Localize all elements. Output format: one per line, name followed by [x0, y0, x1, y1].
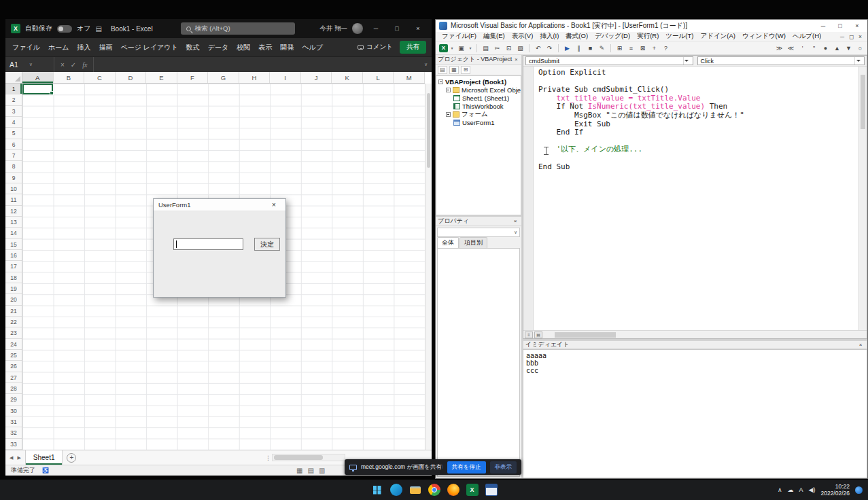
code-vertical-scrollbar[interactable] [858, 67, 867, 330]
vertical-scrollbar[interactable] [425, 84, 432, 450]
event-dropdown[interactable]: Click [697, 56, 865, 65]
project-tree[interactable]: VBAProject (Book1)Microsoft Excel Object… [436, 75, 521, 215]
row-header[interactable]: 26 [5, 361, 22, 372]
enter-entry-button[interactable]: ✓ [71, 61, 76, 69]
volume-icon[interactable]: ◀) [809, 486, 816, 493]
insert-userform-icon[interactable]: ▣ [456, 43, 466, 53]
save-icon[interactable]: ▤ [95, 25, 101, 33]
properties-tab[interactable]: 項目別 [459, 237, 487, 248]
menu-item[interactable]: ツール(T) [662, 32, 697, 41]
close-button[interactable]: × [850, 22, 864, 29]
toolbar-separator[interactable] [610, 44, 611, 52]
ribbon-tab[interactable]: ファイル [8, 38, 44, 56]
row-header[interactable]: 29 [5, 394, 22, 405]
row-header[interactable]: 13 [5, 217, 22, 228]
project-tree-item[interactable]: Microsoft Excel Objects [436, 86, 521, 94]
row-header[interactable]: 5 [5, 128, 22, 139]
horizontal-scrollbar[interactable] [272, 454, 345, 461]
row-header[interactable]: 20 [5, 294, 22, 305]
row-header[interactable]: 21 [5, 306, 22, 317]
project-tree-item[interactable]: Sheet1 (Sheet1) [436, 94, 521, 102]
row-header[interactable]: 1 [5, 84, 22, 94]
column-header[interactable]: C [84, 72, 116, 83]
chrome-icon[interactable] [428, 484, 440, 496]
row-header[interactable]: 3 [5, 106, 22, 117]
sheet-tab[interactable]: Sheet1 [25, 450, 63, 465]
ribbon-tab[interactable]: 数式 [182, 38, 204, 56]
maximize-button[interactable]: □ [389, 19, 405, 38]
bookmark-icon[interactable]: ▲ [832, 43, 842, 53]
ribbon-tab[interactable]: 校閲 [232, 38, 254, 56]
ribbon-tab[interactable]: ページ レイアウト [116, 38, 181, 56]
ribbon-tab[interactable]: 開発 [276, 38, 298, 56]
ribbon-tab[interactable]: ヘルプ [298, 38, 327, 56]
autosave-toggle[interactable] [57, 25, 72, 33]
cut-icon[interactable]: ✂ [492, 43, 502, 53]
ime-mode-icon[interactable]: A [799, 486, 803, 493]
margin-indicator-bar[interactable] [523, 67, 534, 330]
view-code-icon[interactable]: ▤ [438, 66, 447, 74]
design-mode-icon[interactable]: ✎ [597, 43, 607, 53]
menu-item[interactable]: デバッグ(D) [591, 32, 633, 41]
column-header[interactable]: L [363, 72, 394, 83]
toolbar-gap[interactable] [672, 43, 773, 53]
file-explorer-icon[interactable] [409, 484, 421, 496]
project-tree-item[interactable]: UserForm1 [436, 118, 521, 126]
close-icon[interactable]: × [512, 56, 520, 62]
ribbon-tab[interactable]: データ [204, 38, 232, 56]
breakpoint-icon[interactable]: ● [820, 43, 831, 53]
minimize-button[interactable]: ─ [368, 19, 384, 38]
row-header[interactable]: 12 [5, 206, 22, 217]
formula-input[interactable]: ∨ [94, 62, 432, 67]
column-header[interactable]: A [22, 72, 54, 83]
row-header[interactable]: 23 [5, 327, 22, 338]
project-tree-item[interactable]: フォーム [436, 110, 521, 118]
comment-block-icon[interactable]: ' [797, 43, 808, 53]
submit-button[interactable]: 決定 [254, 238, 280, 251]
insert-function-button[interactable]: fx [82, 61, 87, 69]
notification-icon[interactable] [855, 486, 863, 494]
close-icon[interactable]: × [511, 218, 519, 224]
active-cell-selection[interactable] [22, 84, 53, 94]
select-all-corner[interactable] [5, 72, 22, 84]
toolbar-separator[interactable] [476, 44, 477, 52]
ribbon-tab[interactable]: 表示 [254, 38, 276, 56]
project-tree-item[interactable]: VBAProject (Book1) [436, 77, 521, 86]
reset-icon[interactable]: ■ [585, 43, 595, 53]
row-header[interactable]: 28 [5, 383, 22, 394]
share-button[interactable]: 共有 [400, 41, 426, 54]
indent-icon[interactable]: ≫ [774, 43, 784, 53]
hide-button[interactable]: 非表示 [490, 461, 517, 474]
object-dropdown[interactable]: cmdSubmit [525, 56, 693, 65]
row-header[interactable]: 19 [5, 283, 22, 294]
column-header[interactable]: H [239, 72, 271, 83]
add-sheet-button[interactable]: + [67, 453, 76, 463]
search-box[interactable]: 検索 (Alt+Q) [181, 22, 295, 35]
ribbon-tab[interactable]: 描画 [94, 38, 116, 56]
row-header[interactable]: 6 [5, 139, 22, 150]
close-button[interactable]: × [410, 19, 426, 38]
row-header[interactable]: 10 [5, 183, 22, 194]
normal-view-icon[interactable]: ▦ [296, 467, 302, 474]
toggle-folders-icon[interactable]: ⊞ [461, 66, 470, 74]
row-header[interactable]: 4 [5, 117, 22, 128]
browser-icon[interactable] [447, 484, 459, 496]
menu-item[interactable]: ファイル(F) [438, 32, 480, 41]
column-header[interactable]: G [208, 72, 239, 83]
column-header[interactable]: M [394, 72, 425, 83]
toolbar-separator[interactable] [529, 44, 530, 52]
tree-expander-icon[interactable] [446, 88, 451, 92]
userform-titlebar[interactable]: UserForm1 × [154, 199, 285, 211]
paste-icon[interactable]: ▨ [515, 43, 525, 53]
dropdown-icon[interactable]: ▾ [449, 43, 455, 53]
full-module-view-icon[interactable]: ▤ [534, 332, 542, 338]
immediate-content[interactable]: aaaaabbbccc [523, 349, 867, 478]
project-explorer-icon[interactable]: ⊞ [614, 43, 625, 53]
toolbox-icon[interactable]: + [649, 43, 659, 53]
menu-item[interactable]: アドイン(A) [697, 32, 739, 41]
ribbon-tab[interactable]: 挿入 [73, 38, 94, 56]
column-header[interactable]: J [301, 72, 332, 83]
edge-icon[interactable] [390, 484, 402, 496]
maximize-button[interactable]: □ [833, 22, 847, 29]
close-icon[interactable]: × [267, 201, 281, 209]
